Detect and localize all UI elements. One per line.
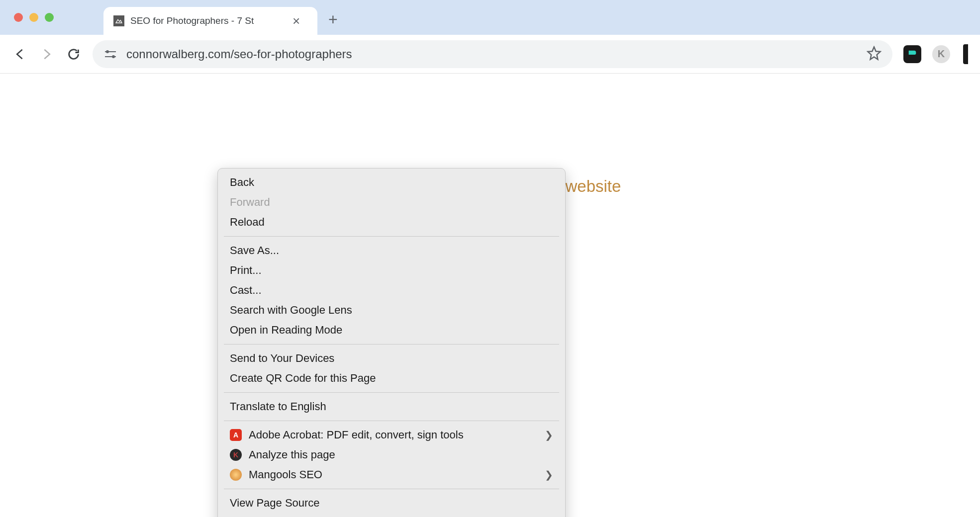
svg-rect-1 bbox=[105, 51, 116, 52]
tab-strip: SEO for Photographers - 7 St × + bbox=[0, 0, 980, 35]
window-controls bbox=[14, 13, 54, 22]
menu-analyze[interactable]: K Analyze this page bbox=[218, 445, 565, 465]
extension-icon-1[interactable] bbox=[903, 45, 921, 63]
new-tab-button[interactable]: + bbox=[317, 11, 349, 27]
site-settings-icon[interactable] bbox=[103, 49, 117, 60]
menu-mangools-label: Mangools SEO bbox=[249, 468, 322, 481]
k-icon: K bbox=[230, 449, 242, 461]
extension-edge-icon[interactable] bbox=[963, 44, 968, 64]
close-window-button[interactable] bbox=[14, 13, 23, 22]
chevron-right-icon: ❯ bbox=[545, 429, 553, 441]
bookmark-star-icon[interactable] bbox=[867, 46, 882, 63]
adobe-icon: A bbox=[230, 429, 242, 441]
address-bar[interactable]: connorwalberg.com/seo-for-photographers bbox=[93, 40, 892, 68]
menu-adobe-label: Adobe Acrobat: PDF edit, convert, sign t… bbox=[249, 429, 464, 441]
forward-button[interactable] bbox=[39, 46, 55, 62]
menu-back[interactable]: Back bbox=[218, 172, 565, 192]
profile-avatar[interactable]: K bbox=[932, 45, 950, 63]
tab-favicon bbox=[113, 15, 124, 26]
menu-reading-mode[interactable]: Open in Reading Mode bbox=[218, 320, 565, 340]
mangools-icon bbox=[230, 469, 242, 481]
menu-separator bbox=[224, 392, 559, 393]
close-tab-button[interactable]: × bbox=[291, 14, 302, 27]
menu-mangools[interactable]: Mangools SEO ❯ bbox=[218, 465, 565, 485]
menu-print[interactable]: Print... bbox=[218, 260, 565, 280]
reload-button[interactable] bbox=[66, 46, 82, 62]
browser-tab[interactable]: SEO for Photographers - 7 St × bbox=[103, 7, 317, 35]
menu-inspect[interactable]: Inspect bbox=[218, 513, 565, 517]
menu-reload[interactable]: Reload bbox=[218, 212, 565, 232]
chevron-right-icon: ❯ bbox=[545, 469, 553, 481]
minimize-window-button[interactable] bbox=[29, 13, 38, 22]
menu-separator bbox=[224, 236, 559, 237]
menu-separator bbox=[224, 421, 559, 421]
menu-analyze-label: Analyze this page bbox=[249, 448, 335, 461]
page-content: w to start ranking your photography webs… bbox=[0, 74, 980, 517]
menu-qr-code[interactable]: Create QR Code for this Page bbox=[218, 368, 565, 388]
menu-forward: Forward bbox=[218, 192, 565, 212]
menu-separator bbox=[224, 489, 559, 489]
menu-save-as[interactable]: Save As... bbox=[218, 241, 565, 260]
menu-translate[interactable]: Translate to English bbox=[218, 397, 565, 417]
maximize-window-button[interactable] bbox=[45, 13, 54, 22]
context-menu: Back Forward Reload Save As... Print... … bbox=[217, 168, 566, 517]
back-button[interactable] bbox=[12, 46, 28, 62]
svg-rect-3 bbox=[105, 56, 116, 57]
menu-separator bbox=[224, 344, 559, 345]
tab-title: SEO for Photographers - 7 St bbox=[130, 15, 285, 26]
menu-search-lens[interactable]: Search with Google Lens bbox=[218, 300, 565, 320]
url-text: connorwalberg.com/seo-for-photographers bbox=[126, 47, 858, 61]
menu-view-source[interactable]: View Page Source bbox=[218, 493, 565, 513]
menu-adobe[interactable]: A Adobe Acrobat: PDF edit, convert, sign… bbox=[218, 425, 565, 445]
menu-send-devices[interactable]: Send to Your Devices bbox=[218, 348, 565, 368]
menu-cast[interactable]: Cast... bbox=[218, 280, 565, 300]
browser-toolbar: connorwalberg.com/seo-for-photographers … bbox=[0, 35, 980, 74]
